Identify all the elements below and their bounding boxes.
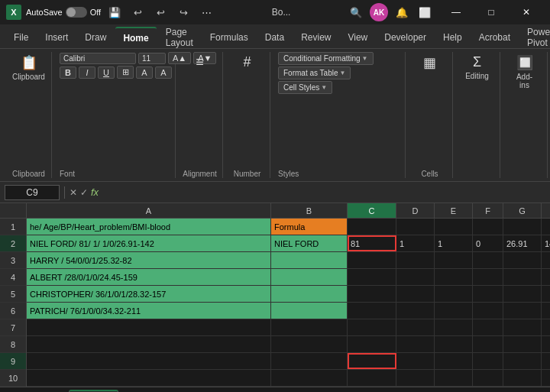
- cell-f4[interactable]: [473, 269, 503, 285]
- addins-button[interactable]: 🔲 Add-ins: [508, 52, 541, 92]
- cell-e10[interactable]: [435, 370, 473, 386]
- tab-insert[interactable]: Insert: [37, 27, 76, 48]
- alignment-button[interactable]: ≡: [186, 52, 214, 73]
- cell-h8[interactable]: [542, 336, 550, 352]
- cell-d3[interactable]: [396, 252, 435, 268]
- cell-h7[interactable]: [542, 319, 550, 335]
- cell-g9[interactable]: [503, 353, 542, 369]
- tab-file[interactable]: File: [6, 27, 36, 48]
- tab-powerpivot[interactable]: Power Pivot: [519, 27, 550, 48]
- editing-button[interactable]: Σ Editing: [461, 52, 493, 83]
- cell-c10[interactable]: [348, 370, 396, 386]
- cell-d1[interactable]: [396, 219, 435, 235]
- row-header-1[interactable]: 1: [0, 219, 26, 235]
- font-size-input[interactable]: [138, 53, 166, 64]
- undo2-icon[interactable]: ↩: [151, 3, 170, 21]
- cell-b10[interactable]: [271, 370, 348, 386]
- cell-g4[interactable]: [503, 269, 542, 285]
- ribbon-toggle-icon[interactable]: ⬜: [416, 3, 434, 21]
- cell-a3[interactable]: HARRY / 54/0/0/1/25.32-82: [27, 252, 271, 268]
- cell-e1[interactable]: [435, 219, 473, 235]
- cell-b4[interactable]: [271, 269, 348, 285]
- cell-b8[interactable]: [271, 336, 348, 352]
- confirm-formula-icon[interactable]: ✓: [80, 187, 88, 198]
- cell-h3[interactable]: [542, 252, 550, 268]
- row-header-7[interactable]: 7: [0, 319, 26, 336]
- cell-f6[interactable]: [473, 303, 503, 319]
- cell-e3[interactable]: [435, 252, 473, 268]
- save-icon[interactable]: 💾: [105, 3, 124, 21]
- cell-a7[interactable]: [27, 319, 271, 335]
- cell-c5[interactable]: [348, 286, 396, 302]
- cell-a9[interactable]: [27, 353, 271, 369]
- row-header-5[interactable]: 5: [0, 286, 26, 303]
- cell-c8[interactable]: [348, 336, 396, 352]
- tab-help[interactable]: Help: [435, 27, 470, 48]
- col-header-a[interactable]: A: [27, 203, 271, 218]
- row-header-9[interactable]: 9: [0, 353, 26, 370]
- cell-h4[interactable]: [542, 269, 550, 285]
- cell-e5[interactable]: [435, 286, 473, 302]
- col-header-b[interactable]: B: [271, 203, 348, 218]
- row-header-4[interactable]: 4: [0, 269, 26, 286]
- cell-a5[interactable]: CHRISTOPHER/ 36/1/0/1/28.32-157: [27, 286, 271, 302]
- row-header-2[interactable]: 2: [0, 235, 26, 252]
- tab-draw[interactable]: Draw: [77, 27, 114, 48]
- cell-f3[interactable]: [473, 252, 503, 268]
- cell-styles-button[interactable]: Cell Styles ▼: [278, 81, 332, 94]
- cell-e7[interactable]: [435, 319, 473, 335]
- cell-c9[interactable]: [348, 353, 396, 369]
- number-button[interactable]: #: [234, 52, 261, 73]
- col-header-c[interactable]: C: [348, 203, 396, 218]
- cell-a1[interactable]: he/ Age/BP/Heart_problem/BMI-blood: [27, 219, 271, 235]
- col-header-h[interactable]: H: [542, 203, 550, 218]
- font-name-input[interactable]: [60, 53, 136, 64]
- cell-f1[interactable]: [473, 219, 503, 235]
- cell-b1[interactable]: Formula: [271, 219, 348, 235]
- bold-button[interactable]: B: [60, 66, 76, 79]
- cell-b9[interactable]: [271, 353, 348, 369]
- cell-f8[interactable]: [473, 336, 503, 352]
- cell-g8[interactable]: [503, 336, 542, 352]
- cell-h2[interactable]: 142: [542, 235, 550, 251]
- sheet-nav-prev[interactable]: ◀: [20, 390, 33, 393]
- cell-e8[interactable]: [435, 336, 473, 352]
- cell-h5[interactable]: [542, 286, 550, 302]
- formula-input[interactable]: [102, 187, 545, 198]
- autosave-toggle[interactable]: [66, 7, 87, 18]
- tab-home[interactable]: Home: [115, 27, 156, 48]
- cell-c2[interactable]: 81: [348, 235, 396, 251]
- user-avatar[interactable]: AK: [370, 3, 388, 21]
- format-as-table-button[interactable]: Format as Table ▼: [278, 66, 351, 79]
- sheet-tab-1[interactable]: Sheet1: [69, 390, 118, 393]
- sheet-nav-last[interactable]: ⏭: [49, 390, 64, 393]
- cell-f2[interactable]: 0: [473, 235, 503, 251]
- close-button[interactable]: ✕: [509, 0, 544, 24]
- cell-h10[interactable]: [542, 370, 550, 386]
- col-header-f[interactable]: F: [473, 203, 503, 218]
- cell-g7[interactable]: [503, 319, 542, 335]
- cell-f9[interactable]: [473, 353, 503, 369]
- row-header-6[interactable]: 6: [0, 303, 26, 319]
- tab-formulas[interactable]: Formulas: [202, 27, 256, 48]
- maximize-button[interactable]: □: [474, 0, 509, 24]
- cell-f10[interactable]: [473, 370, 503, 386]
- cell-g2[interactable]: 26.91: [503, 235, 542, 251]
- cell-e2[interactable]: 1: [435, 235, 473, 251]
- cell-a2[interactable]: NIEL FORD/ 81/ 1/ 1/0/26.91-142: [27, 235, 271, 251]
- col-header-g[interactable]: G: [503, 203, 542, 218]
- row-header-3[interactable]: 3: [0, 252, 26, 269]
- cell-f7[interactable]: [473, 319, 503, 335]
- cell-b6[interactable]: [271, 303, 348, 319]
- cell-a4[interactable]: ALBERT /28/0/1/0/24.45-159: [27, 269, 271, 285]
- cell-d10[interactable]: [396, 370, 435, 386]
- cell-g6[interactable]: [503, 303, 542, 319]
- minimize-button[interactable]: —: [438, 0, 474, 24]
- cancel-formula-icon[interactable]: ✕: [70, 187, 77, 198]
- cell-e9[interactable]: [435, 353, 473, 369]
- tab-developer[interactable]: Developer: [377, 27, 434, 48]
- cell-c7[interactable]: [348, 319, 396, 335]
- sheet-nav-next[interactable]: ▶: [34, 390, 47, 393]
- tab-data[interactable]: Data: [257, 27, 292, 48]
- cell-d5[interactable]: [396, 286, 435, 302]
